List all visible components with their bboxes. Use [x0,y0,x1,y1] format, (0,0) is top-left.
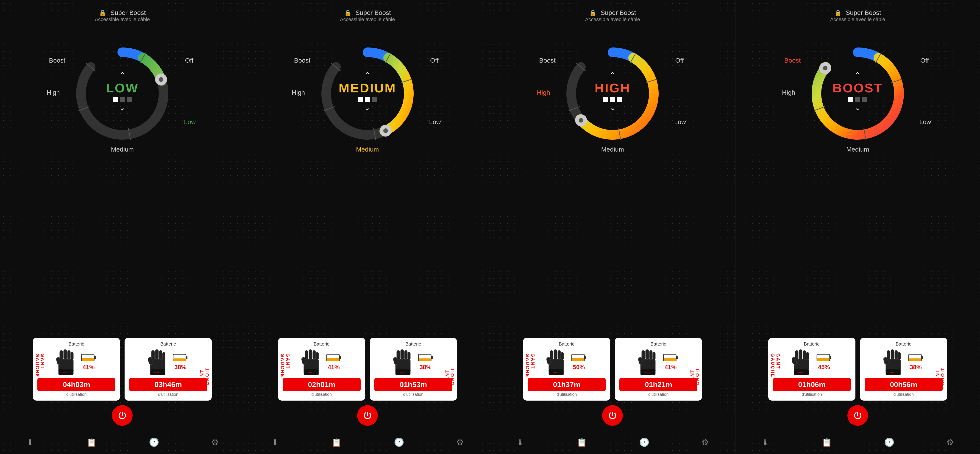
usage-label-right: d'utilisation [648,392,669,397]
top-section: 🔒 Super Boost Accessible avec le câble B… [490,0,735,156]
batterie-label-right: Batterie [896,341,912,347]
card-content-right: Racer 38% [883,349,924,376]
super-boost-sub: Accessible avec le câble [340,16,395,22]
card-content-right: Racer 38% [393,349,434,376]
svg-rect-115 [829,356,831,359]
svg-rect-9 [60,350,63,360]
power-btn-row [847,400,868,433]
chevron-down[interactable]: ⌄ [364,104,371,111]
svg-rect-28 [186,356,188,359]
svg-rect-84 [572,359,584,361]
nav-settings-icon[interactable]: ⚙ [702,438,709,447]
glove-image-left: Racer [301,349,322,376]
nav-thermometer-icon[interactable]: 🌡 [516,438,525,447]
power-button[interactable] [112,405,133,426]
svg-rect-77 [558,350,561,360]
glove-image-right: Racer [883,349,904,376]
svg-rect-11 [67,350,70,360]
mode-label: BOOST [832,81,883,95]
svg-rect-18 [82,359,94,361]
chevron-down[interactable]: ⌄ [609,104,616,111]
usage-label-left: d'utilisation [312,392,332,397]
panel-panel-medium: 🔒 Super Boost Accessible avec le câble B… [245,0,490,454]
battery-card-left: GANT GAUCHE Batterie Racer [278,338,365,400]
svg-rect-78 [561,352,564,360]
battery-info-right: 38% [172,354,188,371]
nav-thermometer-icon[interactable]: 🌡 [271,438,279,447]
batterie-label-right: Batterie [160,341,176,347]
card-content-left: Racer 45% [792,349,832,376]
glove-side-label-left: GANT GAUCHE [35,354,45,385]
chevron-up[interactable]: ⌃ [609,71,616,79]
nav-list-icon[interactable]: 📋 [577,438,587,447]
nav-clock-icon[interactable]: 🕐 [639,438,649,447]
super-boost-sub: Accessible avec le câble [830,16,885,22]
glove-side-label-right: GANT DROIT [199,354,210,385]
battery-icon-left [571,354,587,363]
batterie-label-right: Batterie [651,341,667,347]
glove-side-label-right: GANT DROIT [690,354,700,385]
super-boost-title: Super Boost [601,9,636,16]
power-button[interactable] [602,405,623,426]
time-badge-left: 04h03m [37,378,115,391]
usage-label-left: d'utilisation [66,392,87,397]
dial-container: Boost Off High Low Medium [535,27,690,156]
time-badge-left: 02h01m [283,378,361,391]
nav-settings-icon[interactable]: ⚙ [456,438,464,447]
lock-icon: 🔒 [344,10,352,16]
nav-clock-icon[interactable]: 🕐 [884,438,894,447]
chevron-up[interactable]: ⌃ [364,71,371,79]
svg-rect-88 [646,349,649,360]
nav-settings-icon[interactable]: ⚙ [947,438,954,447]
battery-icon-right [908,354,924,363]
svg-rect-89 [649,350,652,360]
nav-clock-icon[interactable]: 🕐 [149,438,159,447]
mode-dot-1 [120,97,125,102]
power-button[interactable] [357,405,378,426]
usage-label-left: d'utilisation [557,392,577,397]
glove-side-label-left: GANT GAUCHE [525,354,535,385]
svg-rect-54 [397,350,400,360]
battery-info-left: 50% [571,354,587,371]
top-section: 🔒 Super Boost Accessible avec le câble B… [735,0,980,156]
batterie-label-left: Batterie [68,341,84,347]
mode-dot-0 [848,97,853,102]
battery-info-right: 38% [417,354,434,371]
svg-rect-109 [799,349,802,360]
nav-list-icon[interactable]: 📋 [331,438,342,447]
battery-info-right: 41% [662,354,679,371]
chevron-down[interactable]: ⌄ [119,104,126,111]
dial-container: Boost Off High Low Medium [780,27,936,156]
svg-point-6 [159,77,163,82]
chevron-up[interactable]: ⌃ [854,71,861,79]
mode-dots [848,97,867,102]
time-badge-right: 00h56m [865,378,943,391]
nav-settings-icon[interactable]: ⚙ [211,438,219,447]
nav-list-icon[interactable]: 📋 [822,438,832,447]
battery-cards: GANT GAUCHE Batterie Racer [0,338,245,400]
battery-card-right: GANT DROIT Batterie Racer [860,338,947,400]
nav-clock-icon[interactable]: 🕐 [394,438,404,447]
svg-rect-22 [155,349,159,360]
svg-rect-23 [159,350,162,360]
svg-rect-96 [664,359,676,361]
super-boost-label: 🔒 Super Boost Accessible avec le câble [340,9,395,22]
power-button[interactable] [847,405,868,426]
dial-container: Boost Off High Low Medium [290,27,445,156]
svg-rect-122 [895,350,898,360]
nav-list-icon[interactable]: 📋 [86,438,97,447]
chevron-up[interactable]: ⌃ [119,71,126,79]
battery-card-left: GANT GAUCHE Batterie Racer [33,338,120,400]
nav-thermometer-icon[interactable]: 🌡 [26,438,34,447]
battery-card-right: GANT DROIT Batterie Racer [124,338,212,400]
svg-point-72 [579,118,583,123]
svg-point-105 [823,66,827,70]
chevron-down[interactable]: ⌄ [854,104,861,111]
svg-rect-127 [921,356,923,359]
mode-dot-0 [358,97,363,102]
lock-icon: 🔒 [99,10,106,16]
mode-dot-1 [610,97,615,102]
card-content-left: Racer 41% [301,349,342,376]
nav-thermometer-icon[interactable]: 🌡 [761,438,770,447]
lock-icon: 🔒 [589,10,597,16]
